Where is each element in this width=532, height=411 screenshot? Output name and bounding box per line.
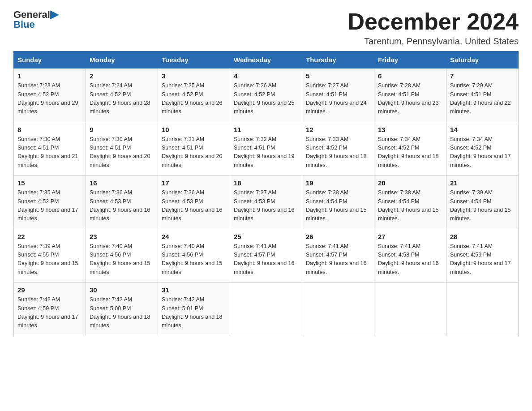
calendar-title: December 2024 <box>348 9 519 34</box>
day-number: 18 <box>234 179 298 187</box>
day-info: Sunrise: 7:27 AM Sunset: 4:51 PM Dayligh… <box>306 81 370 116</box>
sunrise-label: Sunrise: 7:27 AM <box>306 82 348 89</box>
page-header: General▶ Blue December 2024 Tarentum, Pe… <box>13 9 519 47</box>
table-row: 25 Sunrise: 7:41 AM Sunset: 4:57 PM Dayl… <box>230 229 302 283</box>
sunrise-label: Sunrise: 7:42 AM <box>162 296 204 303</box>
day-number: 7 <box>450 72 515 80</box>
table-row: 29 Sunrise: 7:42 AM Sunset: 4:59 PM Dayl… <box>14 283 86 336</box>
daylight-label: Daylight: 9 hours and 17 minutes. <box>450 153 511 168</box>
sunrise-label: Sunrise: 7:35 AM <box>17 189 60 196</box>
table-row <box>374 283 446 336</box>
day-info: Sunrise: 7:23 AM Sunset: 4:52 PM Dayligh… <box>17 81 82 116</box>
logo-line2: Blue <box>13 20 58 30</box>
sunrise-label: Sunrise: 7:40 AM <box>162 243 204 249</box>
day-info: Sunrise: 7:26 AM Sunset: 4:52 PM Dayligh… <box>234 81 298 116</box>
col-sunday: Sunday <box>14 51 86 68</box>
daylight-label: Daylight: 9 hours and 17 minutes. <box>450 260 511 275</box>
table-row: 13 Sunrise: 7:34 AM Sunset: 4:52 PM Dayl… <box>374 122 446 176</box>
day-info: Sunrise: 7:36 AM Sunset: 4:53 PM Dayligh… <box>90 188 154 223</box>
day-number: 14 <box>450 126 515 133</box>
sunrise-label: Sunrise: 7:33 AM <box>306 136 348 142</box>
table-row <box>302 283 374 336</box>
day-number: 12 <box>306 126 370 133</box>
table-row: 12 Sunrise: 7:33 AM Sunset: 4:52 PM Dayl… <box>302 122 374 176</box>
table-row: 26 Sunrise: 7:41 AM Sunset: 4:57 PM Dayl… <box>302 229 374 283</box>
sunrise-label: Sunrise: 7:39 AM <box>17 243 60 249</box>
daylight-label: Daylight: 9 hours and 16 minutes. <box>162 207 223 222</box>
daylight-label: Daylight: 9 hours and 25 minutes. <box>234 100 295 115</box>
day-info: Sunrise: 7:28 AM Sunset: 4:51 PM Dayligh… <box>378 81 442 116</box>
daylight-label: Daylight: 9 hours and 18 minutes. <box>378 153 439 168</box>
calendar-week-row: 8 Sunrise: 7:30 AM Sunset: 4:51 PM Dayli… <box>14 122 519 176</box>
sunrise-label: Sunrise: 7:23 AM <box>17 82 60 89</box>
daylight-label: Daylight: 9 hours and 19 minutes. <box>234 153 295 168</box>
day-info: Sunrise: 7:31 AM Sunset: 4:51 PM Dayligh… <box>162 135 226 170</box>
day-info: Sunrise: 7:40 AM Sunset: 4:56 PM Dayligh… <box>162 242 226 277</box>
day-number: 15 <box>17 179 82 187</box>
day-info: Sunrise: 7:41 AM Sunset: 4:57 PM Dayligh… <box>234 242 298 277</box>
logo: General▶ Blue <box>13 9 58 30</box>
col-wednesday: Wednesday <box>230 51 302 68</box>
day-number: 24 <box>162 233 226 240</box>
sunset-label: Sunset: 4:51 PM <box>378 91 419 98</box>
calendar-week-row: 15 Sunrise: 7:35 AM Sunset: 4:52 PM Dayl… <box>14 176 519 229</box>
day-number: 3 <box>162 72 226 80</box>
calendar-subtitle: Tarentum, Pennsylvania, United States <box>348 36 519 47</box>
table-row: 5 Sunrise: 7:27 AM Sunset: 4:51 PM Dayli… <box>302 68 374 122</box>
day-number: 10 <box>162 126 226 133</box>
calendar-week-row: 22 Sunrise: 7:39 AM Sunset: 4:55 PM Dayl… <box>14 229 519 283</box>
sunset-label: Sunset: 4:56 PM <box>90 252 131 258</box>
table-row: 9 Sunrise: 7:30 AM Sunset: 4:51 PM Dayli… <box>86 122 158 176</box>
table-row: 3 Sunrise: 7:25 AM Sunset: 4:52 PM Dayli… <box>158 68 230 122</box>
sunrise-label: Sunrise: 7:30 AM <box>17 136 60 142</box>
day-number: 26 <box>306 233 370 240</box>
day-number: 27 <box>378 233 442 240</box>
sunrise-label: Sunrise: 7:34 AM <box>378 136 420 142</box>
daylight-label: Daylight: 9 hours and 18 minutes. <box>306 153 367 168</box>
calendar-header-row: Sunday Monday Tuesday Wednesday Thursday… <box>14 51 519 68</box>
sunset-label: Sunset: 4:59 PM <box>17 305 59 312</box>
sunset-label: Sunset: 4:52 PM <box>162 91 203 98</box>
day-number: 11 <box>234 126 298 133</box>
sunrise-label: Sunrise: 7:41 AM <box>306 243 348 249</box>
sunset-label: Sunset: 4:51 PM <box>90 145 131 151</box>
table-row: 24 Sunrise: 7:40 AM Sunset: 4:56 PM Dayl… <box>158 229 230 283</box>
table-row: 27 Sunrise: 7:41 AM Sunset: 4:58 PM Dayl… <box>374 229 446 283</box>
sunrise-label: Sunrise: 7:39 AM <box>450 189 493 196</box>
day-info: Sunrise: 7:36 AM Sunset: 4:53 PM Dayligh… <box>162 188 226 223</box>
table-row: 7 Sunrise: 7:29 AM Sunset: 4:51 PM Dayli… <box>446 68 519 122</box>
sunrise-label: Sunrise: 7:25 AM <box>162 82 204 89</box>
sunset-label: Sunset: 4:51 PM <box>306 91 347 98</box>
sunrise-label: Sunrise: 7:36 AM <box>90 189 132 196</box>
sunrise-label: Sunrise: 7:41 AM <box>450 243 493 249</box>
sunset-label: Sunset: 5:00 PM <box>90 305 131 312</box>
sunset-label: Sunset: 4:57 PM <box>234 252 275 258</box>
day-info: Sunrise: 7:38 AM Sunset: 4:54 PM Dayligh… <box>306 188 370 223</box>
daylight-label: Daylight: 9 hours and 24 minutes. <box>306 100 367 115</box>
sunset-label: Sunset: 4:51 PM <box>17 145 59 151</box>
daylight-label: Daylight: 9 hours and 15 minutes. <box>450 207 511 222</box>
table-row: 8 Sunrise: 7:30 AM Sunset: 4:51 PM Dayli… <box>14 122 86 176</box>
day-number: 1 <box>17 72 82 80</box>
daylight-label: Daylight: 9 hours and 23 minutes. <box>378 100 439 115</box>
col-tuesday: Tuesday <box>158 51 230 68</box>
table-row: 22 Sunrise: 7:39 AM Sunset: 4:55 PM Dayl… <box>14 229 86 283</box>
sunrise-label: Sunrise: 7:30 AM <box>90 136 132 142</box>
daylight-label: Daylight: 9 hours and 21 minutes. <box>17 153 78 168</box>
day-number: 17 <box>162 179 226 187</box>
sunset-label: Sunset: 4:52 PM <box>17 91 59 98</box>
table-row: 10 Sunrise: 7:31 AM Sunset: 4:51 PM Dayl… <box>158 122 230 176</box>
col-thursday: Thursday <box>302 51 374 68</box>
table-row: 31 Sunrise: 7:42 AM Sunset: 5:01 PM Dayl… <box>158 283 230 336</box>
table-row <box>230 283 302 336</box>
sunrise-label: Sunrise: 7:40 AM <box>90 243 132 249</box>
day-number: 9 <box>90 126 154 133</box>
daylight-label: Daylight: 9 hours and 20 minutes. <box>162 153 223 168</box>
sunrise-label: Sunrise: 7:37 AM <box>234 189 276 196</box>
sunset-label: Sunset: 4:53 PM <box>90 198 131 205</box>
sunset-label: Sunset: 4:57 PM <box>306 252 347 258</box>
day-info: Sunrise: 7:41 AM Sunset: 4:58 PM Dayligh… <box>378 242 442 277</box>
sunset-label: Sunset: 4:52 PM <box>90 91 131 98</box>
sunset-label: Sunset: 4:52 PM <box>450 145 491 151</box>
col-saturday: Saturday <box>446 51 519 68</box>
